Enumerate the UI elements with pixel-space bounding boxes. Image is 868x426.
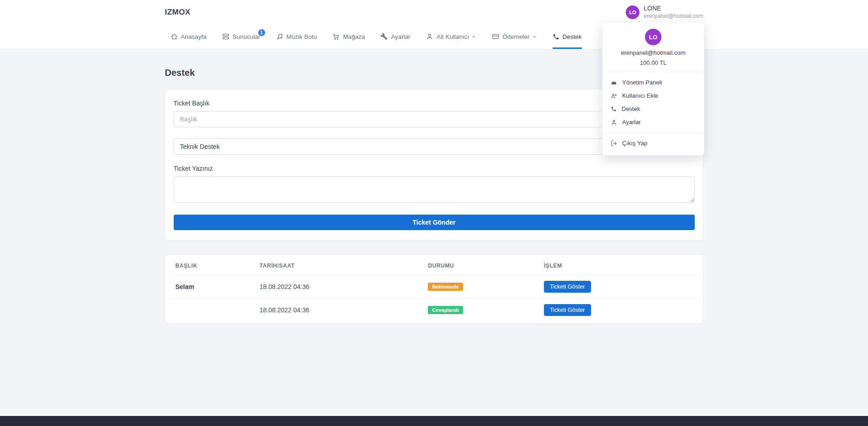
footer-bar <box>0 416 868 426</box>
user-menu-trigger[interactable]: LO LONE erenpanel@hotmail.com <box>626 5 703 20</box>
menu-item-kullanici-ekle[interactable]: Kullanıcı Ekle <box>602 89 704 102</box>
phone-icon <box>553 33 559 40</box>
cart-icon <box>332 33 340 40</box>
user-name: LONE <box>644 5 703 13</box>
table-row: Selam 18.08.2022 04:36 Beklemede Ticketi… <box>171 275 698 299</box>
server-count-badge: 1 <box>258 29 265 36</box>
user-info: LONE erenpanel@hotmail.com <box>644 5 703 20</box>
avatar: LO <box>645 29 661 45</box>
user-email: erenpanel@hotmail.com <box>644 13 703 20</box>
logout-icon <box>611 140 617 147</box>
dropdown-items: Yönetim Paneli Kullanıcı Ekle Destek Aya… <box>602 72 704 132</box>
nav-label: Anasayfa <box>181 33 207 40</box>
nav-label: Alt Kullanıcı <box>437 33 469 40</box>
user-plus-icon <box>611 93 617 99</box>
nav-item-odemeler[interactable]: Ödemeler <box>492 24 537 49</box>
card-icon <box>492 33 499 40</box>
nav-item-destek[interactable]: Destek <box>553 24 582 49</box>
tickets-table-card: BAŞLIK TARİH/SAAT DURUMU İŞLEM Selam 18.… <box>165 254 703 324</box>
col-header-baslik: BAŞLIK <box>171 257 255 275</box>
menu-item-yonetim-paneli[interactable]: Yönetim Paneli <box>602 76 704 89</box>
nav-item-ayarlar[interactable]: Ayarlar <box>380 24 410 49</box>
chevron-down-icon <box>471 34 476 39</box>
nav-item-anasayfa[interactable]: Anasayfa <box>170 24 207 49</box>
nav-item-magaza[interactable]: Mağaza <box>332 24 365 49</box>
menu-item-destek[interactable]: Destek <box>602 102 704 116</box>
table-row: 18.08.2022 04:36 Cevaplandı Ticketi Göst… <box>171 299 698 322</box>
main-nav: Anasayfa Sunucular 1 Müzik Botu Mağaza <box>0 24 868 49</box>
nav-label: Ödemeler <box>502 33 529 40</box>
nav-label: Müzik Botu <box>287 33 317 40</box>
server-icon <box>222 33 229 40</box>
ticket-message-textarea[interactable] <box>174 176 695 203</box>
wrench-icon <box>380 33 388 40</box>
tickets-table: BAŞLIK TARİH/SAAT DURUMU İŞLEM Selam 18.… <box>171 257 698 321</box>
menu-item-label: Ayarlar <box>622 119 641 126</box>
ticket-datetime-cell: 18.08.2022 04:36 <box>255 275 424 299</box>
ticket-message-label: Ticket Yazınız <box>174 165 695 172</box>
home-icon <box>170 33 178 40</box>
menu-item-logout[interactable]: Çıkış Yap <box>602 137 704 150</box>
phone-icon <box>611 106 617 112</box>
user-icon <box>426 33 433 40</box>
status-badge: Cevaplandı <box>428 306 463 314</box>
menu-item-label: Çıkış Yap <box>622 140 647 147</box>
main-content: Destek Ticket Başlık Teknik Destek Ticke… <box>0 49 868 416</box>
nav-label: Destek <box>563 33 582 40</box>
dropdown-header: LO erenpanel@hotmail.com 100.00 TL <box>602 29 704 72</box>
ticket-title-cell <box>171 299 255 322</box>
user-balance: 100.00 TL <box>640 59 666 66</box>
status-badge: Beklemede <box>428 283 463 291</box>
col-header-durumu: DURUMU <box>423 257 539 275</box>
nav-item-muzik-botu[interactable]: Müzik Botu <box>276 24 317 49</box>
menu-item-ayarlar[interactable]: Ayarlar <box>602 116 704 129</box>
crown-icon <box>611 79 617 86</box>
ticket-datetime-cell: 18.08.2022 04:36 <box>255 299 424 322</box>
avatar[interactable]: LO <box>626 5 639 19</box>
ticket-title-cell: Selam <box>171 275 255 299</box>
menu-item-label: Yönetim Paneli <box>622 79 662 86</box>
col-header-islem: İŞLEM <box>539 257 698 275</box>
show-ticket-button[interactable]: Ticketi Göster <box>544 281 591 293</box>
col-header-tarih: TARİH/SAAT <box>255 257 424 275</box>
nav-item-alt-kullanici[interactable]: Alt Kullanıcı <box>426 24 476 49</box>
music-icon <box>276 33 283 40</box>
nav-label: Ayarlar <box>391 33 410 40</box>
dropdown-user-email: erenpanel@hotmail.com <box>621 49 685 56</box>
chevron-down-icon <box>532 34 537 39</box>
app-logo[interactable]: IZMOX <box>165 8 191 17</box>
topbar: IZMOX LO LONE erenpanel@hotmail.com <box>0 0 868 24</box>
user-settings-icon <box>611 119 617 126</box>
menu-item-label: Kullanıcı Ekle <box>622 92 658 99</box>
show-ticket-button[interactable]: Ticketi Göster <box>544 304 591 316</box>
user-dropdown-menu: LO erenpanel@hotmail.com 100.00 TL Yönet… <box>602 22 704 156</box>
menu-item-label: Destek <box>622 105 640 112</box>
submit-ticket-button[interactable]: Ticket Gönder <box>174 215 695 230</box>
nav-label: Sunucular <box>233 33 261 40</box>
nav-item-sunucular[interactable]: Sunucular 1 <box>222 24 261 49</box>
nav-label: Mağaza <box>343 33 365 40</box>
